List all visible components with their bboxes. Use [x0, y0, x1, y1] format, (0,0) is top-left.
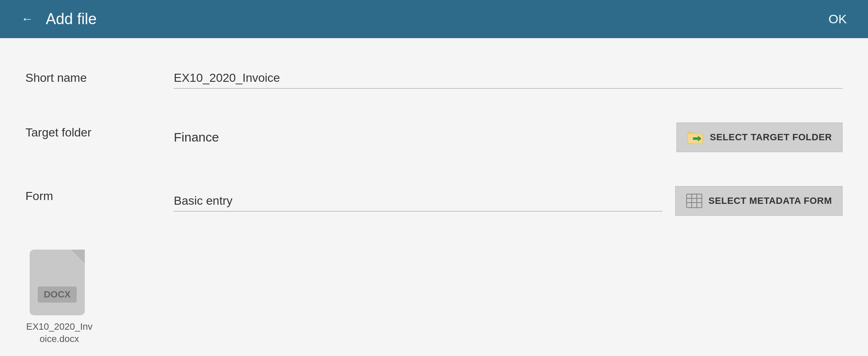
- metadata-form-icon: [686, 193, 703, 209]
- file-icon-body: DOCX: [30, 250, 85, 315]
- target-folder-value: Finance: [174, 127, 664, 148]
- content-area: Short name Target folder Finance SELECT …: [0, 38, 868, 356]
- metadata-form-row: Form SELECT METADATA FORM: [25, 178, 843, 224]
- file-type-label: DOCX: [38, 286, 77, 303]
- form-value-input[interactable]: [174, 191, 662, 211]
- file-preview-area: DOCX EX10_2020_Invoice.docx: [25, 241, 843, 353]
- short-name-field: [174, 68, 843, 89]
- target-folder-field: Finance SELECT TARGET FOLDER: [174, 122, 843, 152]
- select-target-folder-button[interactable]: SELECT TARGET FOLDER: [676, 122, 843, 152]
- short-name-row: Short name: [25, 59, 843, 97]
- file-item: DOCX EX10_2020_Invoice.docx: [25, 250, 93, 345]
- select-metadata-form-button[interactable]: SELECT METADATA FORM: [675, 186, 843, 216]
- back-button[interactable]: ←: [21, 12, 33, 26]
- app-header: ← Add file OK: [0, 0, 868, 38]
- file-icon-wrapper: DOCX: [30, 250, 89, 317]
- target-folder-label: Target folder: [25, 122, 174, 139]
- file-icon-corner: [71, 250, 85, 263]
- svg-rect-4: [687, 194, 702, 208]
- ok-button[interactable]: OK: [829, 12, 847, 26]
- select-target-folder-label: SELECT TARGET FOLDER: [710, 132, 832, 143]
- short-name-label: Short name: [25, 68, 174, 85]
- select-metadata-form-label: SELECT METADATA FORM: [709, 195, 832, 206]
- file-name: EX10_2020_Invoice.docx: [26, 321, 93, 345]
- target-folder-row: Target folder Finance SELECT TARGET FOLD…: [25, 114, 843, 161]
- page-title: Add file: [46, 10, 97, 28]
- folder-arrow-icon: [687, 130, 704, 145]
- form-label: Form: [25, 186, 174, 203]
- metadata-form-field: SELECT METADATA FORM: [174, 186, 843, 216]
- header-left: ← Add file: [21, 10, 97, 28]
- short-name-input[interactable]: [174, 68, 843, 89]
